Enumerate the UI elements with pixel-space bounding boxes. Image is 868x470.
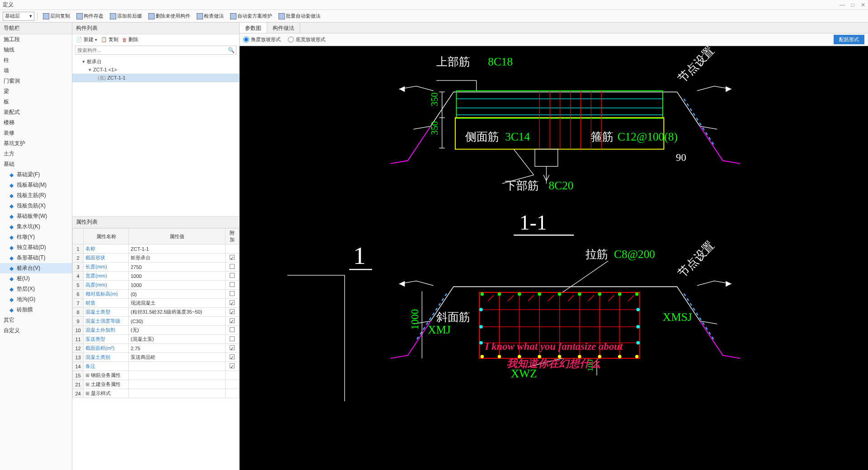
strip-icon: ◆ xyxy=(8,213,14,220)
property-row[interactable]: 6相对底标高(m)(0) xyxy=(73,290,239,299)
nav-item[interactable]: 楼梯 xyxy=(0,118,72,128)
nav-sub-beam[interactable]: ◆基础梁(F) xyxy=(0,169,72,180)
svg-text:1000: 1000 xyxy=(409,309,420,330)
property-row[interactable]: 7材质现浇混凝土✓ xyxy=(73,299,239,308)
svg-point-65 xyxy=(637,325,640,329)
radio-width[interactable]: 底宽放坡形式 xyxy=(288,36,326,43)
svg-text:XMSJ: XMSJ xyxy=(663,310,692,323)
toolbar-save[interactable]: 构件存盘 xyxy=(74,12,106,20)
nav-panel: 导航栏 施工段轴线柱墙门窗洞梁板装配式楼梯装修基坑支护土方基础◆基础梁(F)◆筏… xyxy=(0,23,72,470)
new-button[interactable]: 📄新建▾ xyxy=(76,36,97,43)
svg-text:1-1: 1-1 xyxy=(519,211,547,234)
search-input[interactable] xyxy=(75,46,236,55)
nav-item[interactable]: 装配式 xyxy=(0,107,72,118)
property-row[interactable]: 15⊞钢筋业务属性 xyxy=(73,371,239,380)
property-table[interactable]: 属性名称 属性值 附加 1名称ZCT-1-12截面形状矩形承台✓3长度(mm)2… xyxy=(72,228,239,470)
toolbar-batch[interactable]: 批量自动套做法 xyxy=(276,12,323,20)
search-icon[interactable]: 🔍 xyxy=(228,47,235,53)
nav-sub-isolated[interactable]: ◆独立基础(D) xyxy=(0,242,72,253)
close-icon[interactable]: ✕ xyxy=(861,2,865,8)
copy-button[interactable]: 📋复制 xyxy=(101,36,118,43)
toolbar-check[interactable]: 检查做法 xyxy=(194,12,226,20)
toolbar-suffix[interactable]: 添加前后缀 xyxy=(107,12,145,20)
nav-item[interactable]: 基坑支护 xyxy=(0,138,72,149)
svg-line-24 xyxy=(514,149,533,175)
svg-point-63 xyxy=(479,341,483,345)
nav-sub-pile-cap[interactable]: ◆桩承台(V) xyxy=(0,263,72,273)
svg-text:C8@200: C8@200 xyxy=(614,248,655,261)
tab-构件做法[interactable]: 构件做法 xyxy=(267,23,300,33)
svg-point-59 xyxy=(618,292,622,296)
nav-sub-trench[interactable]: ◆地沟(G) xyxy=(0,294,72,305)
radio-angle[interactable]: 角度放坡形式 xyxy=(243,36,281,43)
svg-text:箍筋: 箍筋 xyxy=(591,130,613,143)
cushion-icon: ◆ xyxy=(8,286,14,292)
rebar-main-icon: ◆ xyxy=(8,193,14,199)
nav-item[interactable]: 土方 xyxy=(0,149,72,159)
svg-text:8C18: 8C18 xyxy=(488,55,513,68)
property-row[interactable]: 13混凝土类别泵送商品砼✓ xyxy=(73,353,239,362)
maximize-icon[interactable]: □ xyxy=(851,2,854,8)
delete-button[interactable]: 🗑删除 xyxy=(122,36,138,43)
nav-item[interactable]: 门窗洞 xyxy=(0,76,72,86)
nav-item[interactable]: 装修 xyxy=(0,128,72,138)
property-row[interactable]: 3长度(mm)2750 xyxy=(73,263,239,272)
nav-sub-pier[interactable]: ◆柱墩(Y) xyxy=(0,232,72,242)
auto-plan-icon xyxy=(230,13,236,19)
nav-item[interactable]: 其它 xyxy=(0,315,72,325)
window-title: 定义 xyxy=(3,1,14,9)
nav-item[interactable]: 板 xyxy=(0,97,72,107)
nav-item[interactable]: 轴线 xyxy=(0,45,72,55)
property-row[interactable]: 14备注✓ xyxy=(73,362,239,371)
property-row[interactable]: 9混凝土强度等级(C30)✓ xyxy=(73,317,239,326)
property-row[interactable]: 12截面面积(m²)2.75✓ xyxy=(73,344,239,353)
minimize-icon[interactable]: — xyxy=(840,2,845,8)
property-row[interactable]: 11泵送类型(混凝土泵) xyxy=(73,335,239,344)
property-row[interactable]: 5高度(mm)1000 xyxy=(73,281,239,290)
nav-sub-brick[interactable]: ◆砖胎膜 xyxy=(0,305,72,315)
brick-icon: ◆ xyxy=(8,307,14,313)
nav-sub-rebar-main[interactable]: ◆筏板主筋(R) xyxy=(0,190,72,201)
nav-sub-sump[interactable]: ◆集水坑(K) xyxy=(0,221,72,232)
nav-sub-raft[interactable]: ◆筏板基础(M) xyxy=(0,180,72,190)
tab-参数图[interactable]: 参数图 xyxy=(240,23,267,33)
raft-icon: ◆ xyxy=(8,182,14,188)
svg-text:I know what you fantasize abou: I know what you fantasize about xyxy=(485,341,623,352)
floor-select[interactable]: 基础层▾ xyxy=(3,12,34,21)
rebar-form-button[interactable]: 配筋形式 xyxy=(834,35,864,44)
toolbar-auto-plan[interactable]: 自动套方案维护 xyxy=(227,12,275,20)
svg-text:8C20: 8C20 xyxy=(549,179,574,192)
nav-item[interactable]: 墙 xyxy=(0,66,72,76)
svg-point-68 xyxy=(498,355,501,358)
nav-sub-cushion[interactable]: ◆垫层(X) xyxy=(0,284,72,294)
property-row[interactable]: 4宽度(mm)1000 xyxy=(73,272,239,281)
check-icon xyxy=(197,13,203,19)
svg-line-26 xyxy=(684,99,715,146)
property-row[interactable]: 1名称ZCT-1-1 xyxy=(73,244,239,254)
tree-selected-node[interactable]: (底) ZCT-1-1 xyxy=(72,74,239,82)
nav-sub-rebar-neg[interactable]: ◆筏板负筋(X) xyxy=(0,201,72,211)
component-tree[interactable]: ▾桩承台 ▾ZCT-1 <1> (底) ZCT-1-1 xyxy=(72,56,239,216)
property-row[interactable]: 21⊞土建业务属性 xyxy=(73,380,239,389)
property-row[interactable]: 10混凝土外加剂(无) xyxy=(73,326,239,335)
property-row[interactable]: 8混凝土类型(粒径31.5砼32.5级坍落度35~50)✓ xyxy=(73,308,239,317)
drawing-canvas[interactable]: 350 350 xyxy=(240,46,868,470)
svg-point-67 xyxy=(481,355,484,358)
nav-sub-strip-found[interactable]: ◆条形基础(T) xyxy=(0,253,72,263)
isolated-icon: ◆ xyxy=(8,244,14,251)
toolbar-delete-unused[interactable]: 删除未使用构件 xyxy=(146,12,193,20)
svg-point-60 xyxy=(635,292,639,296)
toolbar-copy-layer[interactable]: 层间复制 xyxy=(40,12,73,20)
svg-point-57 xyxy=(578,292,581,296)
nav-item[interactable]: 基础 xyxy=(0,159,72,169)
svg-text:XMJ: XMJ xyxy=(428,323,451,336)
nav-item[interactable]: 梁 xyxy=(0,86,72,97)
nav-item[interactable]: 柱 xyxy=(0,55,72,66)
nav-item[interactable]: 自定义 xyxy=(0,325,72,336)
property-row[interactable]: 24⊞显示样式 xyxy=(73,389,239,398)
property-row[interactable]: 2截面形状矩形承台✓ xyxy=(73,254,239,263)
nav-item[interactable]: 施工段 xyxy=(0,34,72,45)
nav-sub-pile[interactable]: ◆桩(U) xyxy=(0,273,72,284)
nav-sub-strip[interactable]: ◆基础板带(W) xyxy=(0,211,72,221)
svg-text:3C14: 3C14 xyxy=(505,130,530,143)
